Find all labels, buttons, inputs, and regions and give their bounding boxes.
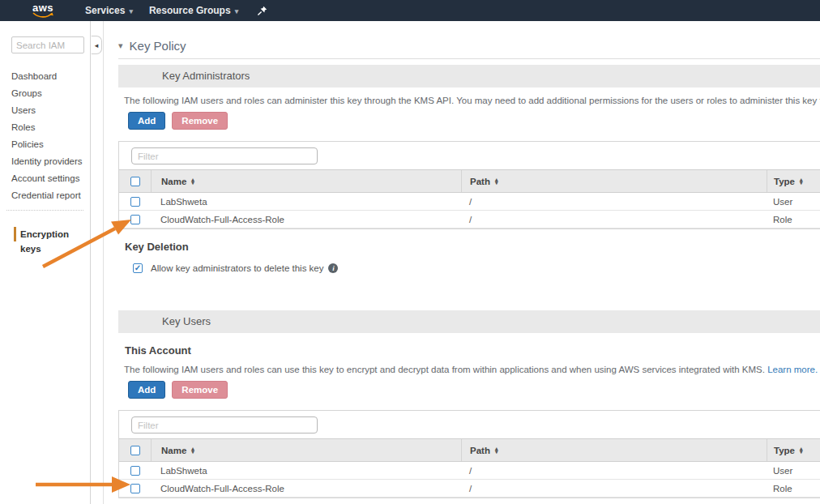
nav-resource-groups-menu[interactable]: Resource Groups xyxy=(149,5,238,16)
sidebar-item-identity-providers[interactable]: Identity providers xyxy=(0,153,90,170)
column-header-path[interactable]: Path xyxy=(461,439,767,461)
admins-table: Name Path Type LabShweta / User xyxy=(118,141,820,229)
sidebar-item-account-settings[interactable]: Account settings xyxy=(0,170,90,187)
sidebar-item-dashboard[interactable]: Dashboard xyxy=(0,68,90,85)
table-row: CloudWatch-Full-Access-Role / Role xyxy=(119,480,820,498)
cell-type: User xyxy=(767,466,820,476)
info-icon[interactable]: i xyxy=(328,263,338,273)
description-text: The following IAM users and roles can ad… xyxy=(124,96,820,105)
column-label: Path xyxy=(470,446,490,455)
column-header-name[interactable]: Name xyxy=(151,439,461,461)
row-checkbox[interactable] xyxy=(130,215,140,224)
cell-name: CloudWatch-Full-Access-Role xyxy=(151,484,461,493)
cell-path: / xyxy=(461,466,767,476)
sidebar-nav-list: Dashboard Groups Users Roles Policies Id… xyxy=(0,68,90,204)
admins-table-header: Name Path Type xyxy=(119,169,820,193)
cell-type: Role xyxy=(767,484,820,493)
key-administrators-header: Key Administrators xyxy=(118,65,820,88)
users-table: Name Path Type LabShweta / User xyxy=(118,410,820,498)
key-users-header: Key Users xyxy=(118,310,820,333)
add-button[interactable]: Add xyxy=(128,381,165,399)
table-row: LabShweta / User xyxy=(119,193,820,211)
search-input[interactable] xyxy=(11,36,84,53)
remove-button[interactable]: Remove xyxy=(172,381,228,399)
sort-icon xyxy=(495,447,498,454)
sort-icon xyxy=(495,178,498,185)
sidebar-collapse-button[interactable] xyxy=(91,36,102,54)
column-header-type[interactable]: Type xyxy=(767,439,820,461)
filter-input[interactable] xyxy=(131,147,318,164)
cell-path: / xyxy=(461,484,767,493)
row-checkbox[interactable] xyxy=(130,466,140,476)
title-divider xyxy=(118,58,820,59)
sidebar-item-users[interactable]: Users xyxy=(0,102,90,119)
sidebar-item-credential-report[interactable]: Credential report xyxy=(0,187,90,204)
column-label: Name xyxy=(161,446,186,455)
allow-deletion-checkbox[interactable] xyxy=(133,263,143,273)
filter-input[interactable] xyxy=(131,416,318,434)
remove-button[interactable]: Remove xyxy=(172,112,228,130)
pin-icon[interactable] xyxy=(257,6,267,16)
admins-button-row: Add Remove xyxy=(118,112,820,130)
select-all-checkbox[interactable] xyxy=(130,446,140,455)
row-checkbox[interactable] xyxy=(130,197,140,207)
iam-sidebar: Dashboard Groups Users Roles Policies Id… xyxy=(0,21,91,504)
column-header-type[interactable]: Type xyxy=(767,170,820,192)
key-deletion-row: Allow key administrators to delete this … xyxy=(118,263,820,273)
admins-filter-row xyxy=(119,142,820,169)
sidebar-divider xyxy=(6,210,83,211)
add-button[interactable]: Add xyxy=(128,112,165,130)
allow-deletion-label: Allow key administrators to delete this … xyxy=(151,263,323,273)
sidebar-item-roles[interactable]: Roles xyxy=(0,119,90,136)
content-gutter-divider xyxy=(103,21,104,504)
aws-logo[interactable]: aws xyxy=(31,3,55,19)
key-users-description: The following IAM users and roles can us… xyxy=(118,365,820,374)
users-filter-row xyxy=(119,411,820,438)
page-title: Key Policy xyxy=(130,39,186,53)
key-policy-section-toggle[interactable]: Key Policy xyxy=(118,39,820,53)
cell-type: User xyxy=(767,197,820,207)
cell-path: / xyxy=(461,197,767,207)
nav-services-menu[interactable]: Services xyxy=(85,5,133,16)
description-text: The following IAM users and roles can us… xyxy=(124,365,765,374)
table-row: CloudWatch-Full-Access-Role / Role xyxy=(119,211,820,229)
users-table-header: Name Path Type xyxy=(119,438,820,462)
nav-resource-groups-label: Resource Groups xyxy=(149,5,231,16)
sort-icon xyxy=(191,178,194,185)
sidebar-item-policies[interactable]: Policies xyxy=(0,136,90,153)
cell-type: Role xyxy=(767,215,820,224)
sort-icon xyxy=(191,447,194,454)
cell-name: CloudWatch-Full-Access-Role xyxy=(151,215,461,224)
aws-smile-icon xyxy=(32,12,53,19)
cell-name: LabShweta xyxy=(151,197,461,207)
row-checkbox[interactable] xyxy=(130,484,140,493)
sort-icon xyxy=(800,178,803,185)
learn-more-link[interactable]: Learn more. xyxy=(767,365,818,374)
sort-icon xyxy=(800,447,803,454)
table-row: LabShweta / User xyxy=(119,462,820,480)
column-label: Type xyxy=(774,177,795,186)
this-account-heading: This Account xyxy=(118,344,820,357)
cell-path: / xyxy=(461,215,767,224)
sidebar-item-groups[interactable]: Groups xyxy=(0,85,90,102)
key-administrators-description: The following IAM users and roles can ad… xyxy=(118,96,820,105)
users-button-row: Add Remove xyxy=(118,381,820,399)
main-content: Key Policy Key Administrators The follow… xyxy=(118,21,820,498)
nav-services-label: Services xyxy=(85,5,125,16)
cell-name: LabShweta xyxy=(151,466,461,476)
column-label: Type xyxy=(774,446,795,455)
select-all-checkbox[interactable] xyxy=(130,177,140,186)
aws-console-page: aws Services Resource Groups Dashboard G… xyxy=(0,0,820,504)
key-deletion-heading: Key Deletion xyxy=(118,241,820,253)
column-label: Path xyxy=(470,177,490,186)
aws-logo-text: aws xyxy=(32,3,53,12)
column-header-path[interactable]: Path xyxy=(461,170,767,192)
column-header-name[interactable]: Name xyxy=(151,170,461,192)
top-nav-bar: aws Services Resource Groups xyxy=(0,0,820,21)
column-label: Name xyxy=(161,177,186,186)
sidebar-item-encryption-keys[interactable]: Encryption keys xyxy=(14,227,90,241)
